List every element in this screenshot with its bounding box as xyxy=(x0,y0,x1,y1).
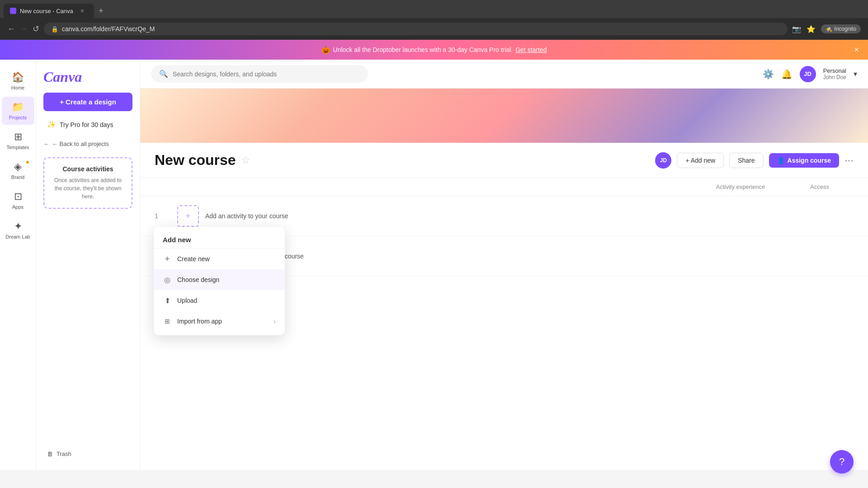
incognito-badge: 🕵 Incognito xyxy=(821,24,861,33)
trash-item[interactable]: 🗑 Trash xyxy=(43,447,132,461)
browser-actions: 📷 ⭐ 🕵 Incognito xyxy=(792,24,861,33)
avatar[interactable]: JD xyxy=(800,66,816,82)
refresh-button[interactable]: ↺ xyxy=(33,24,39,34)
tab-bar: New course - Canva × + xyxy=(0,0,868,18)
choose-design-label: Choose design xyxy=(177,276,219,283)
course-avatar: JD xyxy=(655,152,671,169)
assign-label: Assign course xyxy=(788,157,831,164)
import-from-app-label: Import from app xyxy=(177,318,222,325)
back-to-projects[interactable]: ← ← Back to all projects xyxy=(43,138,132,150)
browser-chrome: New course - Canva × + ← → ↺ 🔒 canva.com… xyxy=(0,0,868,40)
promo-text: Unlock all the Droptober launches with a… xyxy=(333,46,513,53)
search-input[interactable] xyxy=(173,70,360,78)
incognito-icon: 🕵 xyxy=(826,26,832,32)
user-name: John Doe xyxy=(823,74,846,80)
sidebar-item-projects-label: Projects xyxy=(9,115,27,120)
add-new-button[interactable]: + Add new xyxy=(677,153,724,168)
trash-label: Trash xyxy=(57,450,71,457)
dropdown-item-import-from-app[interactable]: ⊞ Import from app › xyxy=(154,311,285,332)
tab-title: New course - Canva xyxy=(20,8,73,14)
active-tab[interactable]: New course - Canva × xyxy=(4,4,94,18)
promo-close-button[interactable]: × xyxy=(854,45,859,55)
new-tab-button[interactable]: + xyxy=(99,6,104,16)
sidebar-item-projects[interactable]: 📁 Projects xyxy=(2,97,34,125)
sidebar-item-home[interactable]: 🏠 Home xyxy=(2,67,34,95)
user-dropdown-icon[interactable]: ▾ xyxy=(854,70,857,78)
badge-dot xyxy=(25,160,30,164)
main-layout: 🏠 Home 📁 Projects ⊞ Templates ◈ Brand ⊡ … xyxy=(0,60,868,470)
dropdown-menu: Add new + Create new ◎ Choose design ⬆ U… xyxy=(154,227,285,335)
row-activity: + Add an activity to your course xyxy=(177,205,854,227)
avatar-initials: JD xyxy=(804,70,811,77)
sidebar-item-templates-label: Templates xyxy=(6,145,29,150)
sidebar: 🏠 Home 📁 Projects ⊞ Templates ◈ Brand ⊡ … xyxy=(0,60,36,470)
projects-icon: 📁 xyxy=(12,101,24,113)
sidebar-item-apps[interactable]: ⊡ Apps xyxy=(2,186,34,214)
tab-favicon xyxy=(10,8,16,14)
back-button[interactable]: ← xyxy=(7,24,15,34)
sparkle-icon: ✨ xyxy=(47,120,56,129)
dreamlab-icon: ✦ xyxy=(14,221,22,232)
upload-label: Upload xyxy=(177,297,197,304)
brand-icon: ◈ xyxy=(14,161,22,173)
search-bar[interactable]: 🔍 xyxy=(151,65,368,83)
assign-course-button[interactable]: 👤 Assign course xyxy=(769,153,839,168)
address-bar[interactable]: 🔒 canva.com/folder/FAFVwcrQe_M xyxy=(44,23,788,35)
star-icon[interactable]: ☆ xyxy=(241,155,250,166)
apps-icon: ⊡ xyxy=(14,191,22,202)
course-activities-panel: Course activities Once activities are ad… xyxy=(43,157,132,209)
trash-icon: 🗑 xyxy=(47,450,53,457)
course-title: New course xyxy=(155,152,236,169)
nav-bar: ← → ↺ 🔒 canva.com/folder/FAFVwcrQe_M 📷 ⭐… xyxy=(0,18,868,40)
help-button[interactable]: ? xyxy=(830,450,854,474)
sidebar-item-dreamlab-label: Dream Lab xyxy=(5,234,30,239)
back-link-label: ← Back to all projects xyxy=(52,141,109,147)
settings-icon[interactable]: ⚙️ xyxy=(763,69,774,80)
dropdown-item-upload[interactable]: ⬆ Upload xyxy=(154,290,285,311)
activity-label-1: Add an activity to your course xyxy=(205,212,288,220)
left-panel: Canva + Create a design ✨ Try Pro for 30… xyxy=(36,60,140,470)
create-new-icon: + xyxy=(163,254,172,263)
col-activity xyxy=(177,183,695,190)
camera-off-icon: 📷 xyxy=(792,25,801,33)
course-avatar-initials: JD xyxy=(660,157,667,164)
more-options-icon[interactable]: ⋯ xyxy=(844,155,854,166)
create-design-button[interactable]: + Create a design xyxy=(43,93,132,111)
course-title-left: New course ☆ xyxy=(155,152,250,169)
dropdown-item-choose-design[interactable]: ◎ Choose design xyxy=(154,269,285,290)
sidebar-item-dreamlab[interactable]: ✦ Dream Lab xyxy=(2,216,34,244)
dropdown-overlay: Add new + Create new ◎ Choose design ⬆ U… xyxy=(154,227,285,335)
activity-placeholder-icon: + xyxy=(177,205,199,227)
notifications-icon[interactable]: 🔔 xyxy=(781,69,793,80)
promo-emoji: 🎃 xyxy=(321,46,330,54)
col-access: Access xyxy=(786,183,854,190)
top-bar: 🔍 ⚙️ 🔔 JD Personal John Doe ▾ xyxy=(140,60,868,89)
bookmark-icon[interactable]: ⭐ xyxy=(807,25,816,33)
sidebar-item-apps-label: Apps xyxy=(12,204,24,210)
templates-icon: ⊞ xyxy=(14,131,22,143)
sidebar-item-brand-label: Brand xyxy=(11,174,24,180)
promo-banner: 🎃 Unlock all the Droptober launches with… xyxy=(0,40,868,60)
col-experience: Activity experience xyxy=(695,183,786,190)
create-new-label: Create new xyxy=(177,255,210,263)
user-info: Personal John Doe xyxy=(823,67,846,80)
tab-close-icon[interactable]: × xyxy=(80,7,84,14)
upload-icon: ⬆ xyxy=(163,296,172,305)
plus-icon: + xyxy=(186,211,191,221)
arrow-right-icon: › xyxy=(274,318,276,325)
dropdown-item-create-new[interactable]: + Create new xyxy=(154,249,285,269)
home-icon: 🏠 xyxy=(12,71,24,83)
sidebar-item-templates[interactable]: ⊞ Templates xyxy=(2,127,34,155)
user-role: Personal xyxy=(823,67,846,74)
course-header-bg xyxy=(140,89,868,143)
search-icon: 🔍 xyxy=(159,70,168,78)
forward-button[interactable]: → xyxy=(20,24,28,34)
activity-table-header: Activity experience Access xyxy=(140,178,868,196)
help-icon: ? xyxy=(839,456,844,468)
incognito-label: Incognito xyxy=(834,26,856,32)
sidebar-item-brand[interactable]: ◈ Brand xyxy=(2,156,34,184)
share-button[interactable]: Share xyxy=(729,153,763,168)
lock-icon: 🔒 xyxy=(51,26,58,33)
promo-link[interactable]: Get started xyxy=(515,46,547,53)
try-pro-button[interactable]: ✨ Try Pro for 30 days xyxy=(43,117,132,132)
